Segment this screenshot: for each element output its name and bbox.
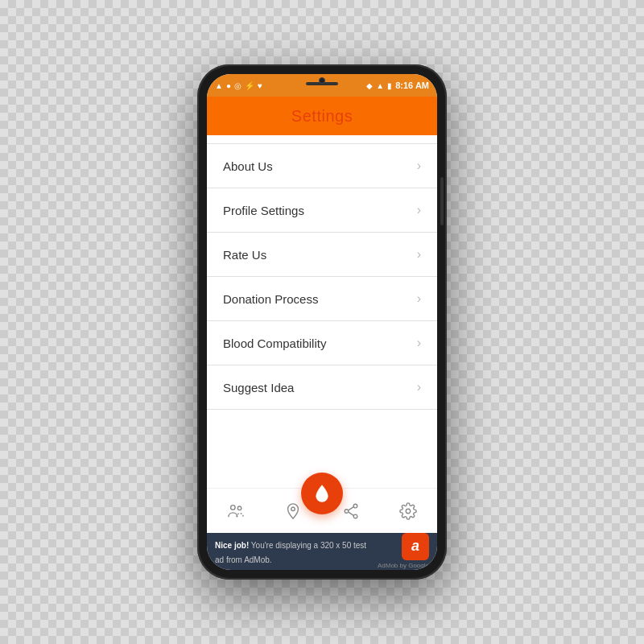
- svg-point-4: [345, 509, 349, 513]
- menu-item-rate-us[interactable]: Rate Us ›: [207, 233, 437, 277]
- chevron-icon-suggest-idea: ›: [417, 380, 421, 394]
- chevron-icon-rate-us: ›: [417, 247, 421, 262]
- svg-point-8: [407, 509, 411, 514]
- heart-icon: ♥: [258, 81, 262, 90]
- menu-item-suggest-idea[interactable]: Suggest Idea ›: [207, 365, 437, 410]
- bottom-navigation: [207, 488, 437, 533]
- menu-label-suggest-idea: Suggest Idea: [223, 381, 294, 394]
- menu-item-profile-settings[interactable]: Profile Settings ›: [207, 188, 437, 233]
- nav-blood-drop-button[interactable]: [301, 473, 343, 514]
- admob-logo: a: [402, 533, 429, 560]
- wifi-icon: ●: [226, 81, 231, 90]
- ad-text-container: Nice job! You're displaying a 320 x 50 t…: [215, 537, 371, 566]
- svg-point-1: [237, 506, 242, 510]
- menu-item-donation-process[interactable]: Donation Process ›: [207, 277, 437, 321]
- menu-label-rate-us: Rate Us: [223, 248, 266, 262]
- status-time: 8:16 AM: [395, 80, 429, 90]
- ad-text: Nice job! You're displaying a 320 x 50 t…: [215, 541, 366, 564]
- content-area: About Us › Profile Settings › Rate Us › …: [207, 135, 437, 488]
- settings-menu: About Us › Profile Settings › Rate Us › …: [207, 135, 437, 488]
- phone-camera: [319, 77, 325, 84]
- status-left-icons: ▲ ● ◎ ⚡ ♥: [215, 81, 262, 90]
- nav-people-button[interactable]: [220, 495, 252, 527]
- chevron-icon-donation-process: ›: [417, 291, 421, 306]
- chevron-icon-profile-settings: ›: [417, 203, 421, 217]
- nav-settings-button[interactable]: [392, 495, 424, 527]
- menu-item-about-us[interactable]: About Us ›: [207, 143, 437, 188]
- phone-screen: ▲ ● ◎ ⚡ ♥ ◆ ▲ ▮ 8:16 AM Settings About U…: [207, 74, 437, 570]
- menu-label-profile-settings: Profile Settings: [223, 204, 304, 217]
- chevron-icon-about-us: ›: [417, 159, 421, 173]
- ad-banner: Nice job! You're displaying a 320 x 50 t…: [207, 533, 437, 570]
- volume-button: [440, 177, 444, 225]
- location-status-icon: ◆: [366, 81, 373, 90]
- menu-item-blood-compatibility[interactable]: Blood Compatibility ›: [207, 321, 437, 365]
- app-bar: Settings: [207, 97, 437, 135]
- ad-google-label: AdMob by Google: [378, 562, 429, 569]
- svg-line-6: [349, 506, 353, 510]
- phone-frame: ▲ ● ◎ ⚡ ♥ ◆ ▲ ▮ 8:16 AM Settings About U…: [197, 64, 447, 580]
- menu-label-donation-process: Donation Process: [223, 292, 318, 306]
- svg-point-3: [353, 504, 357, 508]
- svg-line-7: [349, 512, 353, 515]
- battery-icon: ▮: [387, 81, 392, 90]
- network-icon: ▲: [376, 81, 384, 90]
- svg-point-5: [353, 514, 357, 518]
- chevron-icon-blood-compatibility: ›: [417, 336, 421, 350]
- page-title: Settings: [291, 107, 353, 126]
- menu-label-blood-compatibility: Blood Compatibility: [223, 336, 326, 350]
- usb-icon: ⚡: [245, 81, 254, 90]
- ad-bold-text: Nice job!: [215, 541, 249, 550]
- svg-point-0: [230, 505, 235, 510]
- whatsapp-icon: ◎: [234, 81, 242, 90]
- svg-point-2: [291, 506, 295, 510]
- signal-icon: ▲: [215, 81, 223, 90]
- menu-label-about-us: About Us: [223, 159, 273, 173]
- status-right-icons: ◆ ▲ ▮ 8:16 AM: [366, 80, 429, 90]
